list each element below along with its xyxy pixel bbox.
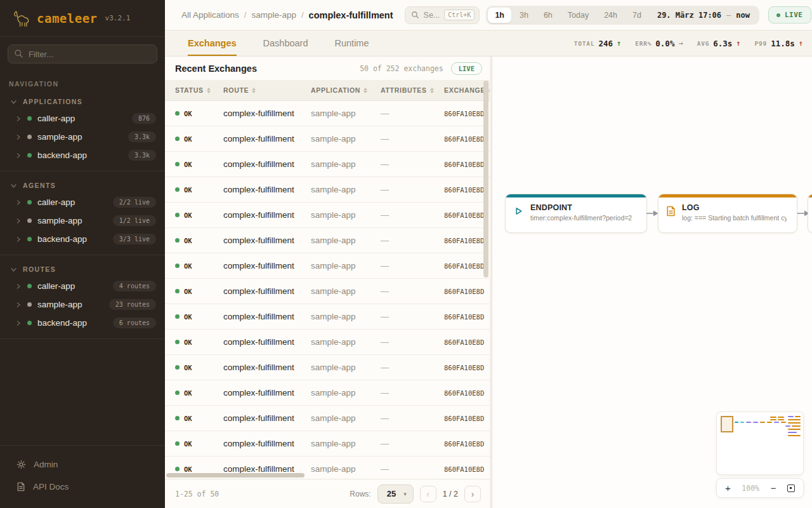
- minimap-node-mark: [770, 417, 776, 418]
- status-cell: OK: [175, 364, 223, 371]
- sidebar-item-api-docs[interactable]: API Docs: [0, 476, 165, 498]
- time-range-24h[interactable]: 24h: [597, 8, 624, 23]
- status-dot-icon: [27, 153, 32, 157]
- table-row[interactable]: OKcomplex-fulfillmentsample-app—860FA10E…: [165, 101, 490, 126]
- route-cell: complex-fulfillment: [223, 337, 311, 347]
- table-row[interactable]: OKcomplex-fulfillmentsample-app—860FA10E…: [165, 406, 490, 431]
- table-row[interactable]: OKcomplex-fulfillmentsample-app—860FA10E…: [165, 253, 490, 279]
- tab-dashboard[interactable]: Dashboard: [263, 30, 308, 56]
- status-cell: OK: [175, 237, 223, 244]
- sidebar-item-caller-app[interactable]: caller-app2/2 live: [0, 193, 165, 211]
- table-row[interactable]: OKcomplex-fulfillmentsample-app—860FA10E…: [165, 330, 490, 355]
- status-value: OK: [184, 237, 192, 244]
- rows-per-page-select[interactable]: 25 ▾: [377, 485, 414, 504]
- status-dot-icon: [175, 416, 180, 420]
- top-bar: All Applications / sample-app / complex-…: [165, 0, 812, 30]
- live-toggle[interactable]: LIVE: [768, 6, 811, 23]
- section-header-agents[interactable]: AGENTS: [0, 175, 165, 193]
- table-row[interactable]: OKcomplex-fulfillmentsample-app—860FA10E…: [165, 152, 490, 177]
- gear-icon: [16, 460, 26, 469]
- section-header-applications[interactable]: APPLICATIONS: [0, 91, 165, 109]
- sidebar-item-badge: 6 routes: [113, 318, 156, 328]
- table-row[interactable]: OKcomplex-fulfillmentsample-app—860FA10E…: [165, 431, 490, 457]
- table-row[interactable]: OKcomplex-fulfillmentsample-app—860FA10E…: [165, 126, 490, 152]
- section-header-routes[interactable]: ROUTES: [0, 259, 165, 277]
- chevron-down-icon: ▾: [403, 491, 407, 497]
- attributes-cell: —: [381, 134, 444, 144]
- prev-page-button[interactable]: ‹: [420, 486, 436, 502]
- rows-per-page-value: 25: [387, 489, 396, 498]
- route-cell: complex-fulfillment: [223, 286, 311, 296]
- flow-node-partial[interactable]: [808, 194, 812, 233]
- time-range-7d[interactable]: 7d: [625, 8, 648, 23]
- sidebar-item-sample-app[interactable]: sample-app1/2 live: [0, 211, 165, 230]
- time-range-today[interactable]: Today: [561, 8, 596, 23]
- sidebar-item-backend-app[interactable]: backend-app3.3k: [0, 146, 165, 164]
- minimap-node-mark: [788, 429, 801, 430]
- column-header-application[interactable]: APPLICATION: [311, 86, 381, 94]
- route-cell: complex-fulfillment: [223, 134, 311, 144]
- route-cell: complex-fulfillment: [223, 159, 311, 169]
- table-row[interactable]: OKcomplex-fulfillmentsample-app—860FA10E…: [165, 355, 490, 380]
- stat-label: AVG: [697, 40, 710, 47]
- sidebar-item-label: backend-app: [37, 150, 122, 160]
- sidebar-item-backend-app[interactable]: backend-app3/3 live: [0, 230, 165, 248]
- table-row[interactable]: OKcomplex-fulfillmentsample-app—860FA10E…: [165, 228, 490, 253]
- sidebar-item-sample-app[interactable]: sample-app23 routes: [0, 295, 165, 314]
- zoom-out-button[interactable]: −: [771, 483, 776, 493]
- table-row[interactable]: OKcomplex-fulfillmentsample-app—860FA10E…: [165, 279, 490, 304]
- minimap[interactable]: [716, 411, 804, 475]
- flow-node-endpoint[interactable]: ENDPOINTtimer:complex-fulfillment?period…: [505, 194, 647, 233]
- route-cell: complex-fulfillment: [223, 312, 311, 321]
- sidebar-item-caller-app[interactable]: caller-app876: [0, 109, 165, 128]
- table-row[interactable]: OKcomplex-fulfillmentsample-app—860FA10E…: [165, 177, 490, 203]
- time-range-6h[interactable]: 6h: [537, 8, 560, 23]
- attributes-cell: —: [381, 337, 444, 347]
- status-value: OK: [184, 262, 192, 270]
- status-dot-icon: [175, 238, 180, 243]
- live-dot-icon: [776, 13, 780, 17]
- table-row[interactable]: OKcomplex-fulfillmentsample-app—860FA10E…: [165, 203, 490, 228]
- breadcrumb-all-applications[interactable]: All Applications: [181, 10, 239, 20]
- filter-input[interactable]: [8, 44, 157, 64]
- application-cell: sample-app: [311, 464, 381, 473]
- breadcrumb-sample-app[interactable]: sample-app: [251, 10, 296, 20]
- pagination-bar: 1-25 of 50 Rows: 25 ▾ ‹ 1 / 2 ›: [165, 479, 490, 508]
- flow-node-log[interactable]: LOGlog: === Starting batch fulfillment c…: [658, 194, 797, 233]
- tab-runtime[interactable]: Runtime: [335, 30, 369, 56]
- column-header-status[interactable]: STATUS: [175, 86, 223, 94]
- section-title: AGENTS: [23, 182, 56, 189]
- sidebar-item-admin[interactable]: Admin: [0, 453, 165, 476]
- camel-icon: [11, 10, 30, 27]
- global-search[interactable]: Se... Ctrl+K: [405, 6, 480, 24]
- sidebar-item-sample-app[interactable]: sample-app3.3k: [0, 128, 165, 146]
- vertical-scrollbar[interactable]: [483, 81, 488, 277]
- status-dot-icon: [27, 218, 32, 223]
- table-row[interactable]: OKcomplex-fulfillmentsample-app—860FA10E…: [165, 457, 490, 473]
- minimap-node-mark: [788, 422, 801, 424]
- next-page-button[interactable]: ›: [464, 486, 481, 502]
- application-cell: sample-app: [311, 134, 381, 144]
- tab-exchanges[interactable]: Exchanges: [188, 30, 237, 56]
- horizontal-scrollbar[interactable]: [166, 473, 304, 478]
- attributes-cell: —: [381, 159, 444, 169]
- fit-view-icon[interactable]: [787, 485, 795, 492]
- sidebar-item-label: backend-app: [37, 318, 107, 328]
- sidebar-item-backend-app[interactable]: backend-app6 routes: [0, 314, 165, 332]
- stat-total: TOTAL246↑: [574, 39, 621, 48]
- minimap-node-mark: [788, 432, 797, 433]
- column-header-attributes[interactable]: ATTRIBUTES: [381, 86, 444, 94]
- table-row[interactable]: OKcomplex-fulfillmentsample-app—860FA10E…: [165, 380, 490, 406]
- table-row[interactable]: OKcomplex-fulfillmentsample-app—860FA10E…: [165, 304, 490, 330]
- attributes-cell: —: [381, 210, 444, 220]
- minimap-viewport[interactable]: [721, 416, 733, 432]
- date-range[interactable]: 29. März 17:06 – now: [657, 11, 750, 20]
- column-header-route[interactable]: ROUTE: [223, 86, 311, 94]
- sidebar-item-caller-app[interactable]: caller-app4 routes: [0, 277, 165, 295]
- search-placeholder: Se...: [424, 11, 440, 20]
- stat-label: TOTAL: [574, 40, 595, 47]
- zoom-in-button[interactable]: +: [725, 483, 731, 493]
- time-range-3h[interactable]: 3h: [513, 8, 535, 23]
- route-flow-canvas[interactable]: ENDPOINTtimer:complex-fulfillment?period…: [492, 57, 812, 508]
- time-range-1h[interactable]: 1h: [488, 8, 511, 23]
